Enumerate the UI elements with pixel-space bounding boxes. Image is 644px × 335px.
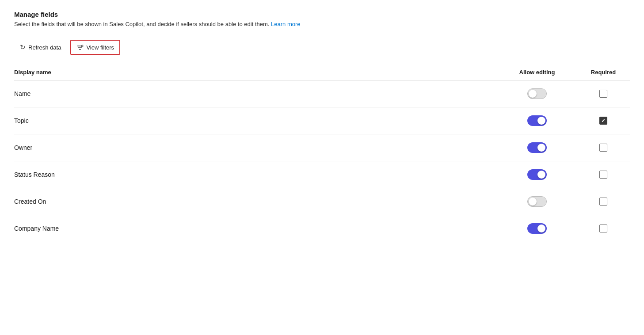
- refresh-label: Refresh data: [28, 44, 61, 51]
- checkbox-owner[interactable]: [599, 144, 607, 152]
- checkbox-company-name[interactable]: [599, 225, 607, 232]
- toggle-cell-topic[interactable]: [497, 115, 577, 126]
- page-header: Manage fields Select the fields that wil…: [14, 11, 630, 27]
- checkbox-created-on[interactable]: [599, 198, 607, 206]
- fields-table: Display name Allow editing Required Name…: [14, 65, 630, 242]
- field-name-name: Name: [14, 90, 497, 97]
- toolbar: ↻ Refresh data View filters: [14, 40, 630, 55]
- checkbox-cell-status-reason[interactable]: [577, 171, 630, 179]
- table-header: Display name Allow editing Required: [14, 65, 630, 80]
- col-required: Required: [577, 69, 630, 76]
- field-name-status-reason: Status Reason: [14, 171, 497, 178]
- refresh-icon: ↻: [20, 43, 26, 51]
- checkbox-name[interactable]: [599, 90, 607, 98]
- checkbox-cell-company-name[interactable]: [577, 225, 630, 232]
- checkbox-cell-created-on[interactable]: [577, 198, 630, 206]
- table-row: Created On: [14, 188, 630, 215]
- toggle-cell-owner[interactable]: [497, 142, 577, 153]
- toggle-name[interactable]: [527, 88, 547, 99]
- toggle-cell-status-reason[interactable]: [497, 169, 577, 180]
- toggle-company-name[interactable]: [527, 223, 547, 234]
- toggle-owner[interactable]: [527, 142, 547, 153]
- field-name-company-name: Company Name: [14, 225, 497, 232]
- table-row: Company Name: [14, 215, 630, 242]
- page-title: Manage fields: [14, 11, 630, 18]
- checkbox-cell-name[interactable]: [577, 90, 630, 98]
- refresh-data-button[interactable]: ↻ Refresh data: [14, 40, 67, 54]
- table-row: Name: [14, 80, 630, 107]
- checkbox-cell-topic[interactable]: [577, 117, 630, 125]
- learn-more-link[interactable]: Learn more: [271, 21, 300, 27]
- filter-icon: [76, 43, 84, 51]
- col-display-name: Display name: [14, 69, 497, 76]
- col-allow-editing: Allow editing: [497, 69, 577, 76]
- page-subtitle: Select the fields that will be shown in …: [14, 21, 630, 27]
- toggle-cell-created-on[interactable]: [497, 196, 577, 207]
- checkbox-topic[interactable]: [599, 117, 607, 125]
- toggle-created-on[interactable]: [527, 196, 547, 207]
- field-name-owner: Owner: [14, 144, 497, 151]
- table-row: Topic: [14, 107, 630, 134]
- toggle-topic[interactable]: [527, 115, 547, 126]
- view-filters-button[interactable]: View filters: [70, 40, 120, 55]
- checkbox-status-reason[interactable]: [599, 171, 607, 179]
- toggle-status-reason[interactable]: [527, 169, 547, 180]
- toggle-cell-company-name[interactable]: [497, 223, 577, 234]
- field-name-topic: Topic: [14, 117, 497, 124]
- table-row: Status Reason: [14, 161, 630, 188]
- filter-label: View filters: [86, 44, 114, 51]
- toggle-cell-name[interactable]: [497, 88, 577, 99]
- table-row: Owner: [14, 134, 630, 161]
- checkbox-cell-owner[interactable]: [577, 144, 630, 152]
- field-name-created-on: Created On: [14, 198, 497, 205]
